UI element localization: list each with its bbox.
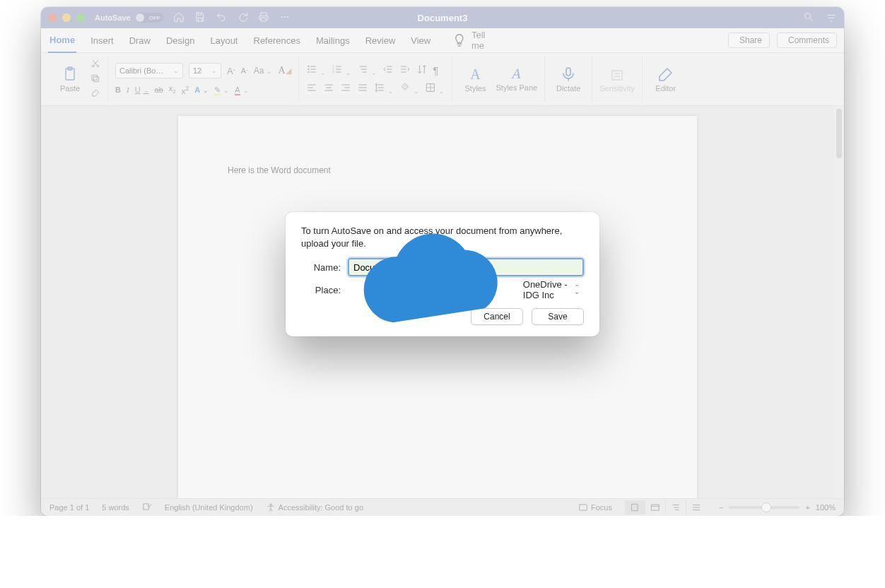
autosave-dialog: To turn AutoSave on and access your docu…	[286, 212, 599, 336]
place-select[interactable]: OneDrive - IDG Inc ⌃⌄	[348, 281, 584, 298]
updown-icon: ⌃⌄	[574, 286, 580, 294]
place-label: Place:	[301, 285, 341, 295]
word-window: AutoSave OFF Document3 Home Insert Draw …	[41, 7, 844, 516]
onedrive-icon	[352, 207, 517, 372]
place-value: OneDrive - IDG Inc	[523, 279, 580, 300]
save-button[interactable]: Save	[532, 308, 584, 325]
name-label: Name:	[301, 262, 341, 273]
